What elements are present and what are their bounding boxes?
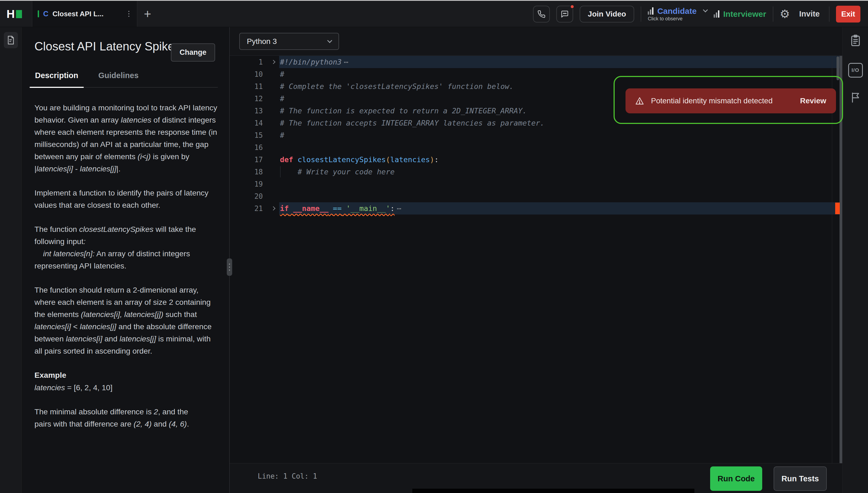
example-paragraph: latencies = [6, 2, 4, 10] [35,382,218,394]
left-icon-rail [0,27,22,493]
token-pl [342,204,346,213]
tab-type-letter: C [43,10,48,18]
code-line-20: 20 [230,190,842,202]
tab-guidelines[interactable]: Guidelines [98,71,139,87]
code-text[interactable]: #!/bin/python3⋯ [279,56,840,68]
notes-button[interactable] [843,34,868,47]
task-paragraph: Implement a function to identify the pai… [35,187,218,211]
line-number: 19 [230,180,267,188]
example-heading: Example [35,369,218,381]
code-line-17: 17def closestLatencySpikes(latencies): [230,153,842,166]
line-number: 1 [230,58,267,66]
token-fold: ⋯ [344,58,348,66]
header-actions: Join Video Candidate Click to observe In… [533,1,868,27]
alert-highlight-outline: Potential identity mismatch detected Rev… [614,76,843,124]
token-fold: ⋯ [397,204,401,213]
change-question-button[interactable]: Change [171,43,215,62]
token-pl [329,204,333,213]
token-pl [289,204,293,213]
hackerrank-logo[interactable]: H [6,1,22,27]
token-com: # The function is expected to return a 2… [280,107,527,115]
token-sh: #!/bin/python3 [280,58,342,66]
code-text[interactable] [279,141,840,153]
line-number: 10 [230,70,267,78]
code-text[interactable]: if __name__ == '__main__':⋯ [279,202,840,214]
top-bar: H C Closest API L... + Join Video Candid… [0,0,868,27]
error-squiggle: if __name__ == '__main__': [280,204,395,213]
example-explanation: The minimal absolute difference is 2, an… [35,406,218,430]
tab-status-bar [38,10,39,17]
intro-paragraph: You are building a monitoring tool to tr… [35,102,218,175]
panel-tabs: Description Guidelines [35,71,218,88]
call-button[interactable] [533,6,550,22]
tab-description[interactable]: Description [35,71,79,87]
exit-button[interactable]: Exit [836,6,861,22]
io-console-button[interactable]: I/O [843,63,868,78]
candidate-label: Candidate [657,6,697,16]
token-kw: if [280,204,289,213]
identity-mismatch-banner: Potential identity mismatch detected Rev… [626,88,836,113]
settings-button[interactable]: ⚙ [780,8,790,20]
run-tests-button[interactable]: Run Tests [774,467,827,491]
line-number: 13 [230,107,267,115]
token-com: # [280,94,284,103]
divider [641,6,641,22]
code-text[interactable]: def closestLatencySpikes(latencies): [279,153,840,166]
fold-toggle[interactable] [267,61,279,63]
token-pl: : [434,155,439,164]
panel-resize-handle[interactable] [227,258,232,276]
candidate-sub-label: Click to observe [648,16,707,22]
token-com: # [280,70,284,78]
code-line-15: 15# [230,129,842,141]
input-paragraph: The function closestLatencySpikes will t… [35,223,218,272]
line-number: 11 [230,82,267,90]
language-select[interactable]: Python 3 [239,33,339,50]
code-line-18: 18 # Write your code here [230,166,842,178]
code-line-21: 21if __name__ == '__main__':⋯ [230,202,842,214]
token-kw: def [280,155,293,164]
chat-button[interactable] [556,6,573,22]
return-paragraph: The function should return a 2-dimeniona… [35,284,218,357]
code-text[interactable]: # [279,129,840,141]
token-com: # Write your code here [280,168,395,176]
signal-bars-icon [648,7,653,15]
chevron-right-icon [271,206,275,211]
line-number: 18 [230,168,267,176]
code-text[interactable]: # Write your code here [279,166,840,178]
logo-green-block [16,10,22,18]
code-line-1: 1#!/bin/python3⋯ [230,56,842,68]
question-title: Closest API Latency Spikes [35,38,182,55]
run-code-button[interactable]: Run Code [710,467,762,491]
line-number: 14 [230,119,267,127]
chevron-down-icon [703,7,708,12]
add-tab-button[interactable]: + [139,1,156,27]
token-pl: : [390,204,395,213]
fold-toggle[interactable] [267,207,279,210]
code-text[interactable] [279,190,840,202]
candidate-observe-control[interactable]: Candidate Click to observe [648,6,707,22]
question-panel-button[interactable] [4,32,18,48]
token-op: == [333,204,342,213]
code-line-16: 16 [230,141,842,153]
token-pun: ( [386,155,390,164]
line-number: 20 [230,192,267,200]
divider [829,6,829,22]
flag-button[interactable] [843,92,868,103]
join-video-button[interactable]: Join Video [580,6,634,22]
document-icon [7,36,15,45]
description-content: You are building a monitoring tool to tr… [35,102,218,430]
flag-icon [850,92,861,103]
clipboard-icon [850,34,861,47]
io-icon: I/O [848,63,863,78]
invite-button[interactable]: Invite [799,9,820,18]
token-com: # [280,131,284,140]
phone-icon [537,10,546,18]
tab-menu-icon[interactable] [126,9,131,19]
signal-bars-icon [714,10,719,18]
banner-review-button[interactable]: Review [800,97,826,105]
token-kw: __name__ [293,204,329,213]
question-tab[interactable]: C Closest API L... [32,1,137,27]
interviewer-observe-control[interactable]: Interviewer [714,9,766,19]
code-text[interactable] [279,178,840,190]
interviewer-label: Interviewer [723,9,766,19]
